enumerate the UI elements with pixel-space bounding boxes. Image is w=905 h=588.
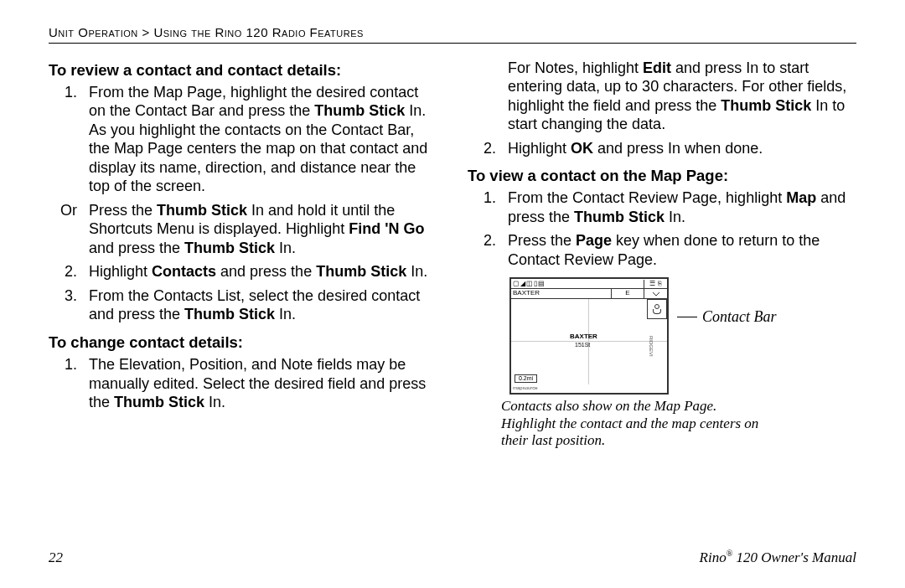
map-source: mapsource [513, 385, 538, 392]
step-number: 2. [479, 231, 496, 269]
step-text: Press the Thumb Stick In and hold it unt… [89, 201, 437, 258]
step-text: Highlight OK and press In when done. [508, 139, 856, 158]
map-center-label: BAXTER [570, 333, 597, 341]
map-road-label: RIDGEVI [648, 336, 654, 357]
step-cont: For Notes, highlight Edit and press In t… [468, 59, 856, 134]
figure-wrap: ▢◢◫▯▤ ☰ ⎘ BAXTER E BAXTER 151 [509, 277, 856, 395]
step-number: 2. [60, 262, 77, 281]
figure-caption: Contacts also show on the Map Page. High… [501, 398, 769, 449]
content-columns: To review a contact and contact details:… [49, 55, 856, 450]
heading-change-details: To change contact details: [49, 333, 437, 352]
map-center-sub: 151St [575, 342, 590, 349]
step-number: 1. [479, 188, 496, 226]
heading-view-on-map: To view a contact on the Map Page: [468, 166, 856, 185]
person-icon [653, 309, 661, 314]
step-2: 2. Highlight OK and press In when done. [468, 139, 856, 158]
contact-bar-icon [647, 299, 667, 319]
step-number: 2. [479, 139, 496, 158]
steps-view: 1. From the Contact Review Page, highlig… [468, 188, 856, 269]
breadcrumb: Unit Operation > Using the Rino 120 Radi… [49, 25, 856, 44]
left-column: To review a contact and contact details:… [49, 55, 437, 450]
chevron-down-icon [652, 290, 660, 298]
step-text: For Notes, highlight Edit and press In t… [508, 59, 856, 134]
topbar-right-icons: ☰ ⎘ [644, 280, 667, 288]
manual-title: Rino® 120 Owner's Manual [700, 549, 856, 566]
figure-callout: Contact Bar [677, 307, 777, 327]
step-3: 3. From the Contacts List, select the de… [49, 286, 437, 324]
heading-review-contact: To review a contact and contact details: [49, 60, 437, 80]
map-scale: 0.2mi [515, 374, 537, 384]
topbar-left-icons: ▢◢◫▯▤ [511, 280, 644, 288]
step-or: Or Press the Thumb Stick In and hold it … [49, 201, 437, 258]
step-number: 1. [60, 355, 77, 412]
step-number-blank [479, 59, 496, 134]
step-2: 2. Highlight Contacts and press the Thum… [49, 262, 437, 281]
step-1: 1. From the Map Page, highlight the desi… [49, 83, 437, 196]
page-footer: 22 Rino® 120 Owner's Manual [49, 549, 856, 566]
step-number: 3. [60, 286, 77, 324]
steps-review: 1. From the Map Page, highlight the desi… [49, 83, 437, 324]
step-text: From the Map Page, highlight the desired… [89, 83, 437, 196]
page-number: 22 [49, 549, 63, 566]
steps-change-cont: For Notes, highlight Edit and press In t… [468, 59, 856, 158]
device-map: BAXTER 151St RIDGEVI 0.2mi mapsource [511, 299, 667, 393]
device-row2: BAXTER E [511, 289, 667, 299]
step-number: 1. [60, 83, 77, 196]
step-1: 1. The Elevation, Position, and Note fie… [49, 355, 437, 412]
step-1: 1. From the Contact Review Page, highlig… [468, 188, 856, 226]
step-text: Highlight Contacts and press the Thumb S… [89, 262, 437, 281]
row2-mid: E [612, 289, 644, 298]
step-text: Press the Page key when done to return t… [508, 231, 856, 269]
step-2: 2. Press the Page key when done to retur… [468, 231, 856, 269]
right-column: For Notes, highlight Edit and press In t… [468, 55, 856, 450]
device-topbar: ▢◢◫▯▤ ☰ ⎘ [511, 279, 667, 289]
step-number-or: Or [60, 201, 77, 258]
step-text: The Elevation, Position, and Note fields… [89, 355, 437, 412]
steps-change: 1. The Elevation, Position, and Note fie… [49, 355, 437, 412]
callout-line [677, 317, 697, 317]
row2-left: BAXTER [511, 289, 612, 298]
device-screenshot: ▢◢◫▯▤ ☰ ⎘ BAXTER E BAXTER 151 [509, 277, 669, 395]
step-text: From the Contact Review Page, highlight … [508, 188, 856, 226]
row2-right [644, 289, 667, 298]
callout-label: Contact Bar [702, 307, 777, 327]
step-text: From the Contacts List, select the desir… [89, 286, 437, 324]
manual-page: Unit Operation > Using the Rino 120 Radi… [0, 0, 905, 588]
